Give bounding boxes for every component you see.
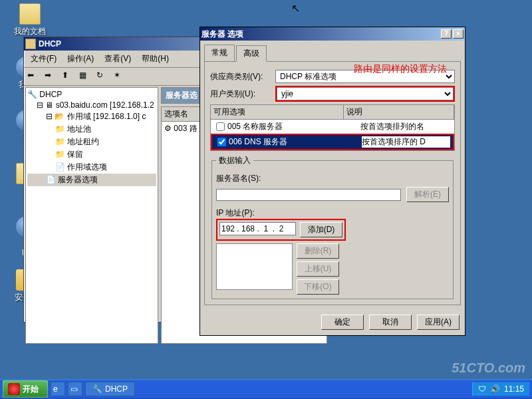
watermark: 51CTO.com [452,360,525,376]
tray-clock[interactable]: 11:15 [504,384,524,394]
dialog-titlebar[interactable]: 服务器 选项 ? × [200,27,465,41]
ip-list[interactable] [216,243,293,290]
servername-input[interactable] [216,189,401,201]
down-button[interactable]: 下移(O) [297,279,339,295]
opt-row-005[interactable]: 005 名称服务器 按首选项排列的名 [211,120,454,134]
opt-005-checkbox[interactable] [216,122,225,131]
dialog-buttons: 确定 取消 应用(A) [200,309,465,335]
opt-col-available[interactable]: 可用选项 [211,105,344,119]
start-button[interactable]: 开始 [3,380,48,398]
menu-view[interactable]: 查看(V) [100,52,135,66]
desktop-icon: ▭ [70,384,78,394]
tree-scopeopt[interactable]: 📄 作用域选项 [27,161,156,174]
ip-input[interactable] [219,222,296,235]
desktop-icon-mydocs[interactable]: 我的文档 [7,3,53,37]
menu-action[interactable]: 操作(A) [63,52,98,66]
toolbar-extra-icon[interactable]: ✶ [113,70,126,83]
cancel-button[interactable]: 取消 [369,315,412,330]
dialog-title: 服务器 选项 [201,29,243,40]
ip-label: IP 地址(P): [216,207,449,219]
dialog-tabs: 常规 高级 [200,41,465,61]
ie-icon: e [53,384,58,394]
taskbar: 开始 e ▭ 🔧 DHCP 🛡 🔊 11:15 [0,379,532,399]
menu-file[interactable]: 文件(F) [27,52,61,66]
dhcp-title: DHCP [39,39,61,49]
opt-row-006[interactable]: 006 DNS 服务器 按首选项排序的 D [212,135,453,149]
tree-scope[interactable]: ⊟ 📂 作用域 [192.168.1.0] c [27,110,156,123]
quicklaunch-desktop[interactable]: ▭ [68,382,82,396]
help-button[interactable]: ? [441,29,452,39]
userclass-label: 用户类别(U): [210,88,270,100]
opt-row-007[interactable]: 007 日志服务器 子网上的 MIT_LCS [211,150,454,151]
resolve-button[interactable]: 解析(E) [406,187,449,202]
server-options-dialog: 服务器 选项 ? × 常规 高级 供应商类别(V): DHCP 标准选项 用户类… [200,27,466,336]
opt-006-checkbox[interactable] [217,138,226,146]
toolbar-up-icon[interactable]: ⬆ [61,70,74,83]
quicklaunch-ie[interactable]: e [51,382,65,396]
ok-button[interactable]: 确定 [321,315,364,330]
dhcp-tree[interactable]: 🔧 DHCP ⊟ 🖥 s03.baidu.com [192.168.1.2 ⊟ … [25,87,158,344]
data-entry-legend: 数据输入 [216,155,253,166]
tree-pool[interactable]: 📁 地址池 [27,123,156,136]
up-button[interactable]: 上移(U) [297,261,339,277]
options-table[interactable]: 可用选项 说明 005 名称服务器 按首选项排列的名 006 DNS 服务器 按… [210,104,455,151]
servername-label: 服务器名(S): [216,173,269,184]
tree-server[interactable]: ⊟ 🖥 s03.baidu.com [192.168.1.2 [27,100,156,110]
toolbar-refresh-icon[interactable]: ↻ [96,70,109,83]
remove-button[interactable]: 删除(R) [297,243,339,259]
tray-volume-icon[interactable]: 🔊 [490,384,500,394]
folder-icon [19,3,41,25]
tab-general[interactable]: 常规 [204,45,235,61]
mouse-cursor: ↖ [291,2,300,15]
toolbar-props-icon[interactable]: ▦ [78,70,92,83]
vendor-label: 供应商类别(V): [210,71,270,82]
desktop-label: 我的文档 [7,26,53,37]
tree-lease[interactable]: 📁 地址租约 [27,136,156,148]
menu-help[interactable]: 帮助(H) [138,52,173,66]
close-button[interactable]: × [453,29,464,39]
dhcp-task-icon: 🔧 [92,384,102,394]
tree-srvopt[interactable]: 📄 服务器选项 [27,174,156,186]
tree-root[interactable]: 🔧 DHCP [27,89,156,100]
add-button[interactable]: 添加(D) [300,222,342,237]
toolbar-forward-icon[interactable]: ➡ [44,70,57,83]
tab-advanced[interactable]: 高级 [236,45,267,62]
tree-reserve[interactable]: 📁 保留 [27,148,156,161]
opt-col-desc[interactable]: 说明 [344,105,454,119]
system-tray[interactable]: 🛡 🔊 11:15 [472,382,529,396]
dhcp-app-icon [25,39,36,49]
task-dhcp[interactable]: 🔧 DHCP [85,382,135,396]
annotation-text: 路由是同样的设置方法 [354,63,447,75]
toolbar-back-icon[interactable]: ⬅ [27,70,40,83]
data-entry-group: 数据输入 路由是同样的设置方法 服务器名(S): 解析(E) IP 地址(P):… [211,155,454,299]
userclass-select[interactable]: yjie [277,87,454,100]
tab-content: 供应商类别(V): DHCP 标准选项 用户类别(U): yjie 可用选项 说… [204,61,461,305]
apply-button[interactable]: 应用(A) [417,315,460,330]
tray-shield-icon[interactable]: 🛡 [478,384,486,394]
